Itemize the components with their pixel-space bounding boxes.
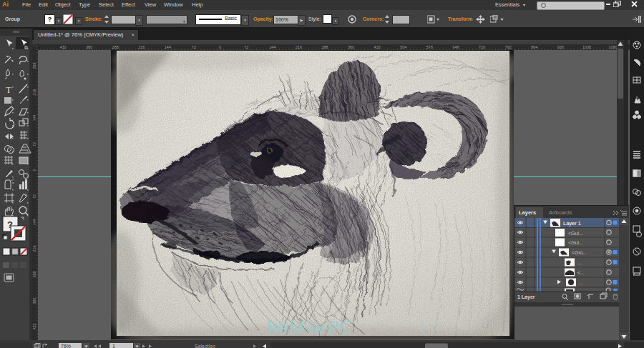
svg-text:360: 360 [32, 297, 36, 304]
svg-text:1 Layer: 1 Layer [517, 294, 535, 300]
svg-text:936: 936 [557, 45, 564, 49]
svg-text:T: T [6, 84, 11, 95]
svg-text:216: 216 [32, 245, 36, 252]
svg-text:...: ... [579, 280, 583, 285]
svg-text:432: 432 [374, 45, 381, 49]
svg-text:216: 216 [296, 45, 302, 49]
svg-text:216: 216 [32, 89, 36, 95]
svg-text:288: 288 [32, 62, 36, 69]
svg-text:144: 144 [269, 45, 275, 49]
svg-text:Layers: Layers [519, 209, 536, 216]
svg-text:792: 792 [505, 45, 512, 49]
svg-text:0: 0 [32, 169, 36, 171]
svg-text:216: 216 [138, 45, 145, 49]
svg-text:576: 576 [426, 45, 433, 49]
svg-text:72: 72 [244, 45, 248, 49]
svg-text:72: 72 [192, 45, 196, 49]
svg-text:648: 648 [452, 45, 459, 49]
svg-text:76%: 76% [61, 344, 71, 348]
svg-text:<Gro...: <Gro... [572, 250, 587, 255]
svg-text:<...: <... [577, 270, 585, 275]
svg-text:1: 1 [112, 344, 115, 348]
svg-text:144: 144 [32, 219, 36, 225]
svg-text:288: 288 [321, 45, 328, 49]
svg-text:1008: 1008 [582, 45, 591, 49]
svg-text:1080: 1080 [608, 45, 617, 49]
svg-text:72: 72 [32, 194, 36, 199]
svg-text:Layer 1: Layer 1 [563, 220, 581, 227]
svg-text:720: 720 [479, 45, 485, 49]
svg-text:...: ... [577, 260, 582, 265]
svg-text:864: 864 [531, 45, 537, 49]
svg-text:144: 144 [165, 45, 171, 49]
svg-text:WebForPC: WebForPC [265, 317, 352, 338]
svg-text:360: 360 [348, 45, 354, 49]
svg-text:( |: ( | [420, 316, 434, 336]
svg-text:432: 432 [32, 323, 36, 329]
svg-text:<Gui...: <Gui... [568, 240, 583, 245]
svg-text:Artboards: Artboards [549, 209, 572, 216]
svg-text:288: 288 [32, 271, 36, 277]
svg-text:432: 432 [59, 45, 66, 49]
svg-text:0: 0 [219, 45, 221, 49]
svg-text:<Gui...: <Gui... [568, 231, 583, 236]
svg-text:504: 504 [400, 45, 406, 49]
svg-text:Selection: Selection [195, 344, 215, 348]
svg-text:144: 144 [32, 114, 36, 121]
svg-text:360: 360 [86, 45, 92, 49]
svg-text:288: 288 [112, 45, 119, 49]
svg-text:72: 72 [32, 142, 36, 146]
